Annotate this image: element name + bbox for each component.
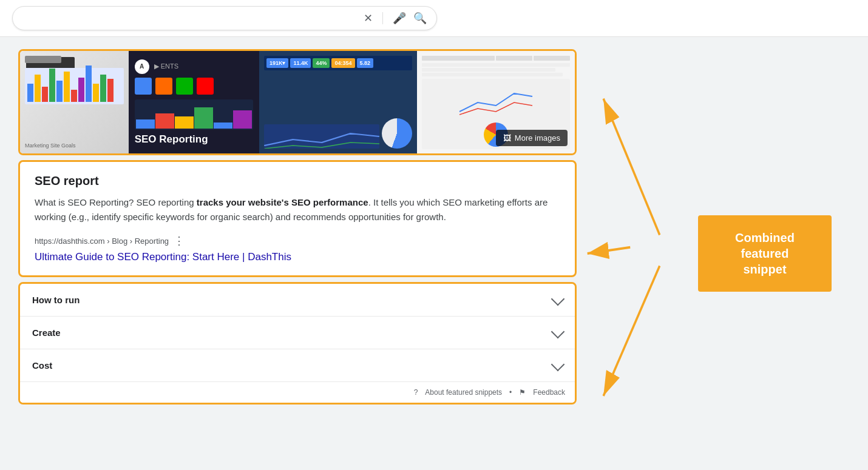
results-column: Marketing Site Goals A ▶ ENTS — [18, 49, 577, 458]
svg-line-3 — [603, 99, 660, 235]
snippet-link[interactable]: Ultimate Guide to SEO Reporting: Start H… — [35, 251, 291, 263]
icon-divider — [382, 12, 383, 24]
snippet-text: What is SEO Reporting? SEO reporting tra… — [35, 195, 560, 224]
about-icon: ? — [414, 388, 418, 397]
featured-snippet: SEO report What is SEO Reporting? SEO re… — [18, 160, 577, 277]
snippet-title: SEO report — [35, 174, 560, 188]
svg-line-5 — [603, 266, 660, 395]
search-input[interactable]: seo reporting — [22, 13, 364, 24]
main-content: Marketing Site Goals A ▶ ENTS — [0, 37, 868, 470]
clear-icon[interactable]: ✕ — [364, 12, 373, 25]
faq-label-2: Cost — [32, 360, 52, 371]
mic-icon[interactable]: 🎤 — [393, 12, 406, 25]
image-2[interactable]: A ▶ ENTS — [129, 51, 259, 153]
chevron-icon-0 — [551, 292, 565, 306]
faq-item-0[interactable]: How to run — [20, 284, 575, 317]
image-2-title: SEO Reporting — [135, 133, 208, 146]
search-bar-area: seo reporting ✕ 🎤 🔍 — [0, 0, 868, 37]
snippet-url-text: https://dashthis.com › Blog › Reporting — [35, 237, 169, 246]
faq-item-1[interactable]: Create — [20, 317, 575, 349]
search-button[interactable]: 🔍 — [413, 12, 427, 25]
footer-separator: • — [509, 388, 512, 397]
faq-section: How to run Create Cost ? About featured … — [18, 282, 577, 405]
search-icons: ✕ 🎤 🔍 — [364, 12, 427, 25]
faq-label-1: Create — [32, 327, 61, 338]
faq-footer: ? About featured snippets • ⚑ Feedback — [20, 382, 575, 403]
snippet-url: https://dashthis.com › Blog › Reporting … — [35, 234, 560, 247]
snippet-text-bold: tracks your website's SEO performance — [197, 197, 368, 207]
search-bar: seo reporting ✕ 🎤 🔍 — [12, 6, 437, 30]
svg-line-4 — [588, 247, 631, 253]
snippet-text-part1: What is SEO Reporting? SEO reporting — [35, 197, 197, 207]
image-strip: Marketing Site Goals A ▶ ENTS — [18, 49, 577, 155]
image-1[interactable]: Marketing Site Goals — [20, 51, 129, 153]
combined-label-text: Combinedfeaturedsnippet — [735, 231, 795, 276]
image-icon: 🖼 — [503, 133, 511, 143]
image-3[interactable]: 191K▾ 11.4K 44% 04:354 5.82 — [259, 51, 417, 153]
feedback-link[interactable]: Feedback — [533, 388, 565, 397]
combined-featured-snippet-label: Combinedfeaturedsnippet — [698, 215, 832, 292]
right-column: Combinedfeaturedsnippet — [577, 49, 850, 458]
feedback-icon: ⚑ — [519, 388, 526, 397]
faq-item-2[interactable]: Cost — [20, 349, 575, 382]
chevron-icon-2 — [551, 357, 565, 371]
more-images-button[interactable]: 🖼 More images — [496, 130, 568, 146]
about-featured-snippets-link[interactable]: About featured snippets — [425, 388, 502, 397]
faq-label-0: How to run — [32, 295, 80, 305]
more-images-label: More images — [515, 133, 560, 143]
image-strip-inner: Marketing Site Goals A ▶ ENTS — [20, 51, 575, 153]
snippet-menu-icon[interactable]: ⋮ — [174, 234, 185, 247]
chevron-icon-1 — [551, 324, 565, 338]
